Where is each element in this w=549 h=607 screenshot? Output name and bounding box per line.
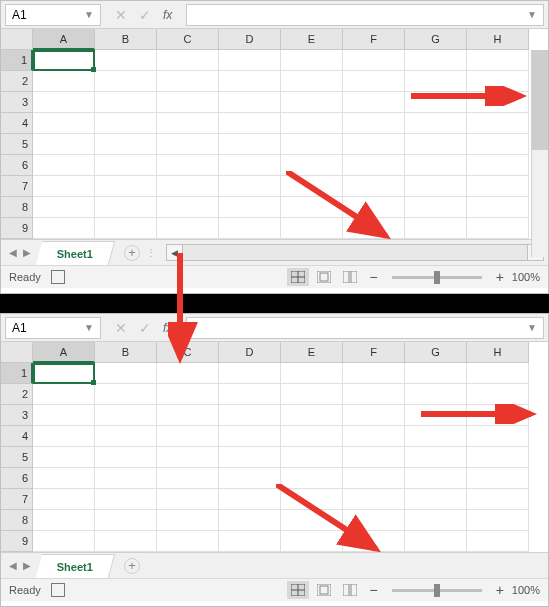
cell[interactable] [405, 510, 467, 531]
cell[interactable] [219, 447, 281, 468]
cell[interactable] [33, 489, 95, 510]
row-header-5[interactable]: 5 [1, 447, 33, 468]
cell[interactable] [405, 447, 467, 468]
cell[interactable] [219, 113, 281, 134]
cell[interactable] [33, 113, 95, 134]
row-header-5[interactable]: 5 [1, 134, 33, 155]
page-break-view-button[interactable] [339, 581, 361, 599]
cell[interactable] [405, 384, 467, 405]
row-header-9[interactable]: 9 [1, 218, 33, 239]
cell-a1[interactable] [33, 50, 95, 71]
name-box[interactable]: A1 ▼ [5, 4, 101, 26]
select-all-corner[interactable] [1, 342, 33, 363]
cell[interactable] [95, 405, 157, 426]
new-sheet-button[interactable]: + [124, 245, 140, 261]
cell[interactable] [219, 510, 281, 531]
cell[interactable] [157, 50, 219, 71]
cell[interactable] [281, 71, 343, 92]
cell-a1[interactable] [33, 363, 95, 384]
cell[interactable] [343, 426, 405, 447]
col-header-b[interactable]: B [95, 342, 157, 363]
cell[interactable] [33, 510, 95, 531]
cell[interactable] [343, 50, 405, 71]
cell[interactable] [467, 447, 529, 468]
zoom-out-button[interactable]: − [365, 269, 381, 285]
sheet-tab-sheet1[interactable]: Sheet1 [36, 554, 116, 578]
cell[interactable] [95, 71, 157, 92]
cell[interactable] [219, 363, 281, 384]
cell[interactable] [467, 155, 529, 176]
cell[interactable] [95, 489, 157, 510]
cell[interactable] [405, 468, 467, 489]
cell[interactable] [157, 155, 219, 176]
col-header-e[interactable]: E [281, 29, 343, 50]
cell[interactable] [467, 134, 529, 155]
cell[interactable] [219, 155, 281, 176]
cell[interactable] [95, 384, 157, 405]
row-header-6[interactable]: 6 [1, 155, 33, 176]
cell[interactable] [467, 489, 529, 510]
col-header-d[interactable]: D [219, 342, 281, 363]
cell[interactable] [95, 447, 157, 468]
cell[interactable] [219, 468, 281, 489]
cell[interactable] [157, 447, 219, 468]
cell[interactable] [95, 176, 157, 197]
cell[interactable] [157, 510, 219, 531]
cell[interactable] [33, 384, 95, 405]
cell[interactable] [405, 197, 467, 218]
cell[interactable] [343, 447, 405, 468]
macro-record-icon[interactable] [51, 270, 65, 284]
row-header-4[interactable]: 4 [1, 113, 33, 134]
cell[interactable] [467, 510, 529, 531]
row-header-2[interactable]: 2 [1, 384, 33, 405]
cell[interactable] [219, 134, 281, 155]
cell[interactable] [33, 176, 95, 197]
cell[interactable] [405, 155, 467, 176]
row-header-6[interactable]: 6 [1, 468, 33, 489]
cell[interactable] [95, 510, 157, 531]
cell[interactable] [95, 113, 157, 134]
tab-nav-arrows[interactable]: ◀▶ [1, 560, 39, 571]
col-header-g[interactable]: G [405, 29, 467, 50]
cell[interactable] [467, 468, 529, 489]
cell[interactable] [157, 71, 219, 92]
cell[interactable] [157, 384, 219, 405]
cell[interactable] [33, 92, 95, 113]
cell[interactable] [157, 92, 219, 113]
row-header-7[interactable]: 7 [1, 176, 33, 197]
zoom-in-button[interactable]: + [492, 269, 508, 285]
cell[interactable] [157, 176, 219, 197]
cell[interactable] [467, 531, 529, 552]
page-layout-view-button[interactable] [313, 268, 335, 286]
cell[interactable] [405, 134, 467, 155]
cell[interactable] [281, 363, 343, 384]
cell[interactable] [467, 363, 529, 384]
cell[interactable] [405, 176, 467, 197]
col-header-h[interactable]: H [467, 29, 529, 50]
cell[interactable] [219, 489, 281, 510]
cell[interactable] [33, 134, 95, 155]
col-header-a[interactable]: A [33, 342, 95, 363]
confirm-icon[interactable]: ✓ [139, 7, 151, 23]
col-header-g[interactable]: G [405, 342, 467, 363]
cell[interactable] [33, 447, 95, 468]
zoom-slider[interactable] [392, 276, 482, 279]
cell[interactable] [219, 92, 281, 113]
cell[interactable] [33, 426, 95, 447]
zoom-slider[interactable] [392, 589, 482, 592]
zoom-out-button[interactable]: − [365, 582, 381, 598]
cell[interactable] [157, 531, 219, 552]
zoom-slider-handle[interactable] [434, 584, 440, 597]
zoom-level[interactable]: 100% [512, 584, 540, 596]
cell[interactable] [157, 113, 219, 134]
vertical-scrollbar[interactable] [531, 50, 548, 257]
cell[interactable] [281, 113, 343, 134]
row-header-1[interactable]: 1 [1, 50, 33, 71]
cell[interactable] [219, 426, 281, 447]
cell[interactable] [467, 113, 529, 134]
cell[interactable] [219, 218, 281, 239]
cell[interactable] [281, 50, 343, 71]
select-all-corner[interactable] [1, 29, 33, 50]
cell[interactable] [33, 71, 95, 92]
cell[interactable] [405, 50, 467, 71]
